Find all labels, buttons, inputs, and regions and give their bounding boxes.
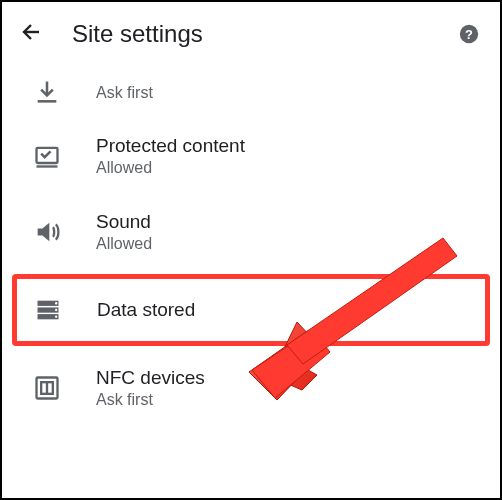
item-subtitle: Ask first [96,391,205,409]
nfc-icon [32,373,62,403]
storage-icon [33,295,63,325]
settings-list: Ask first Protected content Allowed Soun… [2,66,500,426]
item-title: Sound [96,211,152,233]
page-title: Site settings [72,20,203,48]
settings-item-downloads[interactable]: Ask first [2,66,500,118]
item-title: Protected content [96,135,245,157]
settings-item-protected-content[interactable]: Protected content Allowed [2,118,500,194]
item-subtitle: Allowed [96,235,152,253]
protected-content-icon [32,141,62,171]
svg-point-8 [55,316,57,318]
settings-item-nfc-devices[interactable]: NFC devices Ask first [2,350,500,426]
settings-item-sound[interactable]: Sound Allowed [2,194,500,270]
sound-icon [32,217,62,247]
item-title: Data stored [97,299,195,321]
svg-point-6 [55,309,57,311]
svg-point-4 [55,302,57,304]
back-icon[interactable] [20,20,44,48]
settings-item-data-stored[interactable]: Data stored [12,274,490,346]
item-title: NFC devices [96,367,205,389]
app-header: Site settings ? [2,2,500,66]
svg-text:?: ? [465,27,473,42]
help-icon[interactable]: ? [458,23,480,45]
item-subtitle: Ask first [96,84,153,102]
download-icon [32,77,62,107]
item-subtitle: Allowed [96,159,245,177]
